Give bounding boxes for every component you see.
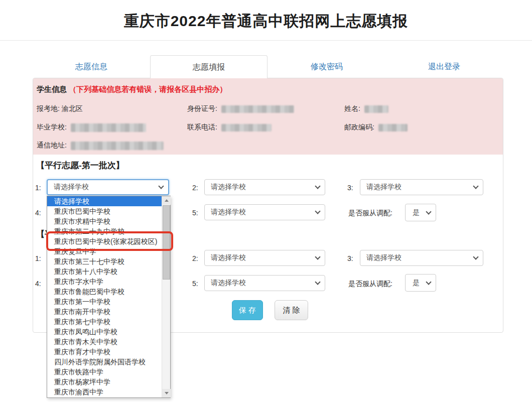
school-select-b2-3[interactable]: 请选择学校: [360, 250, 483, 266]
triangle-down-icon: [165, 392, 169, 394]
field-id-number-label: 身份证号:: [187, 104, 217, 112]
student-info-panel: 学生信息 （下列基础信息若有错误，请报各区县中招办） 报考地: 渝北区 身份证号…: [33, 78, 503, 155]
school-select-b2-2[interactable]: 请选择学校: [204, 250, 325, 266]
dropdown-option[interactable]: 重庆市杨家坪中学: [47, 377, 162, 387]
chevron-down-icon: [473, 183, 478, 189]
dispatch-label-b1: 是否服从调配:: [348, 209, 392, 218]
slot-label-b1-4: 4:: [35, 209, 41, 217]
field-id-number-redacted-value: [221, 105, 294, 113]
field-phone-redacted-value: [221, 124, 272, 131]
field-name-redacted-value: [364, 105, 388, 113]
dropdown-option[interactable]: 四川外语学院附属外国语学校: [47, 357, 162, 367]
field-name: 姓名:: [344, 104, 388, 113]
dropdown-option[interactable]: 重庆市求精中学校: [47, 216, 162, 226]
student-info-warning: （下列基础信息若有错误，请报各区县中招办）: [69, 85, 227, 93]
page-title: 重庆市2022年普通高中联招网上志愿填报: [0, 11, 532, 32]
header-divider: [0, 40, 532, 41]
student-info-heading: 学生信息 （下列基础信息若有错误，请报各区县中招办）: [37, 85, 227, 94]
slot-label-b1-2: 2:: [192, 184, 198, 192]
school-select-b2-2-value: 请选择学校: [211, 253, 246, 262]
school-dropdown-items: 请选择学校重庆市巴蜀中学校重庆市求精中学校重庆市第二十九中学校重庆市巴蜀中学校(…: [47, 196, 162, 397]
slot-label-b2-1: 1:: [35, 254, 41, 262]
slot-label-b1-1: 1:: [35, 184, 41, 192]
field-postcode-label: 邮政编码:: [344, 123, 374, 131]
dropdown-option[interactable]: 重庆市第十八中学校: [47, 266, 162, 277]
dispatch-select-b1-value: 是: [413, 208, 420, 217]
field-graduate-school: 毕业学校:: [37, 123, 146, 132]
dropdown-option[interactable]: 重庆市凤鸣山中学校: [47, 327, 162, 337]
field-graduate-school-label: 毕业学校:: [37, 123, 67, 131]
dropdown-option[interactable]: 重庆市巴蜀中学校(张家花园校区): [47, 236, 162, 246]
dropdown-option[interactable]: 重庆市第一中学校: [47, 297, 162, 307]
chevron-down-icon: [315, 183, 320, 189]
school-select-b1-5-value: 请选择学校: [211, 208, 246, 217]
dispatch-select-b2[interactable]: 是: [405, 274, 436, 292]
tab-logout[interactable]: 退出登录: [385, 55, 503, 78]
dropdown-option[interactable]: 重庆市铁路中学: [47, 367, 162, 377]
dropdown-option[interactable]: 重庆市字水中学: [47, 277, 162, 287]
school-select-b1-1-value: 请选择学校: [54, 183, 89, 192]
field-exam-area: 报考地: 渝北区: [37, 104, 83, 113]
clear-button[interactable]: 清 除: [275, 300, 308, 320]
field-id-number: 身份证号:: [187, 104, 294, 113]
field-postcode: 邮政编码:: [344, 123, 408, 132]
triangle-up-icon: [165, 199, 169, 202]
volunteer-filling-page: 重庆市2022年普通高中联招网上志愿填报 志愿信息 志愿填报 修改密码 退出登录…: [0, 0, 532, 408]
chevron-down-icon: [315, 254, 320, 259]
scrollbar-down-button[interactable]: [162, 389, 171, 397]
field-graduate-school-redacted-value: [71, 123, 146, 132]
tab-volunteer-filling[interactable]: 志愿填报: [150, 55, 268, 78]
dispatch-select-b1[interactable]: 是: [405, 204, 436, 221]
tab-volunteer-info[interactable]: 志愿信息: [33, 55, 150, 78]
school-select-b1-3[interactable]: 请选择学校: [360, 179, 483, 195]
chevron-down-icon: [426, 279, 431, 285]
scrollbar-up-button[interactable]: [162, 196, 171, 205]
field-address-label: 通信地址:: [37, 141, 67, 149]
school-select-b1-5[interactable]: 请选择学校: [204, 204, 325, 220]
school-dropdown-list: 请选择学校重庆市巴蜀中学校重庆市求精中学校重庆市第二十九中学校重庆市巴蜀中学校(…: [47, 196, 171, 398]
dispatch-label-b2: 是否服从调配:: [348, 280, 392, 289]
dropdown-option[interactable]: 重庆市育才中学校: [47, 347, 162, 357]
slot-label-b1-5: 5:: [192, 209, 198, 217]
dropdown-option[interactable]: 重庆市第三十七中学校: [47, 256, 162, 266]
school-select-b1-3-value: 请选择学校: [366, 183, 402, 192]
dropdown-option[interactable]: 重庆市巴蜀中学校: [47, 206, 162, 216]
dropdown-option[interactable]: 重庆市渝西中学: [47, 387, 162, 397]
tab-change-password[interactable]: 修改密码: [268, 55, 385, 78]
field-phone-label: 联系电话:: [187, 123, 217, 131]
dropdown-option[interactable]: 重庆市第二十九中学校: [47, 226, 162, 236]
field-postcode-redacted-value: [378, 124, 408, 131]
slot-label-b2-5: 5:: [192, 280, 198, 288]
slot-label-b1-3: 3:: [347, 184, 353, 192]
chevron-down-icon: [315, 208, 320, 214]
school-select-b2-5-value: 请选择学校: [211, 279, 246, 288]
dropdown-option[interactable]: 重庆复旦中学: [47, 246, 162, 256]
slot-label-b2-4: 4:: [35, 280, 41, 288]
field-address-redacted-value: [71, 142, 164, 150]
slot-label-b2-2: 2:: [192, 254, 198, 262]
dropdown-scrollbar[interactable]: [162, 196, 170, 397]
school-select-b1-2-value: 请选择学校: [211, 183, 246, 192]
field-exam-area-label: 报考地:: [37, 104, 60, 112]
save-button[interactable]: 保 存: [232, 300, 263, 320]
dropdown-option[interactable]: 重庆市鲁能巴蜀中学校: [47, 287, 162, 297]
chevron-down-icon: [158, 183, 164, 189]
scrollbar-thumb[interactable]: [163, 205, 170, 280]
dropdown-option[interactable]: 重庆市第七中学校: [47, 317, 162, 327]
dropdown-option[interactable]: 请选择学校: [47, 196, 162, 206]
school-select-b2-5[interactable]: 请选择学校: [204, 275, 325, 291]
field-name-label: 姓名:: [344, 104, 360, 112]
dropdown-option[interactable]: 重庆市南开中学校: [47, 307, 162, 317]
student-info-title: 学生信息: [37, 85, 67, 93]
dropdown-option[interactable]: 重庆市青木关中学校: [47, 337, 162, 347]
school-select-b1-1[interactable]: 请选择学校: [47, 179, 169, 195]
slot-label-b2-3: 3:: [347, 254, 353, 262]
field-phone: 联系电话:: [187, 123, 272, 132]
dispatch-select-b2-value: 是: [413, 279, 420, 288]
field-address: 通信地址:: [37, 141, 164, 150]
chevron-down-icon: [315, 279, 320, 285]
field-exam-area-value: 渝北区: [62, 104, 83, 112]
school-select-b1-2[interactable]: 请选择学校: [204, 179, 325, 195]
school-select-b2-3-value: 请选择学校: [366, 253, 402, 262]
batch1-title: 【平行志愿-第一批次】: [36, 160, 124, 171]
